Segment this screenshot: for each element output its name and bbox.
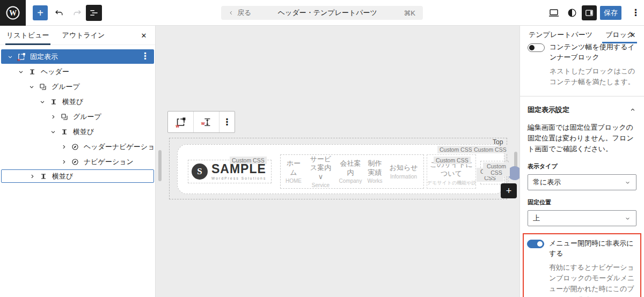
tree-item-label: ヘッダー: [41, 67, 69, 77]
list-view-toggle-button[interactable]: [86, 5, 102, 21]
block-appender-button[interactable]: +: [501, 183, 517, 198]
fixed-display-settings-header[interactable]: 固定表示設定: [528, 105, 636, 115]
svg-text:w: w: [175, 123, 179, 128]
annotation-highlight-box: メニュー開閉時に非表示にする 有効にするとナビゲーションブロックのモーダルメニュ…: [523, 233, 641, 297]
tree-item-label: グループ: [73, 112, 101, 122]
tree-item-row[interactable]: 横並び: [1, 124, 154, 139]
display-type-label: 表示タイプ: [528, 162, 636, 170]
toggle-help-text: ネストしたブロックはこのコンテナ幅を満たします。: [550, 66, 636, 87]
preview-device-button[interactable]: [547, 6, 560, 19]
settings-sidebar: テンプレートパーツ ブロック ✕ コンテンツ幅を使用するインナーブロック ネスト…: [519, 26, 644, 297]
hide-on-menu-toggle[interactable]: [527, 240, 544, 248]
nav-item-company[interactable]: 会社案内 Company: [339, 159, 362, 184]
tree-item-header[interactable]: ヘッダー: [1, 64, 154, 79]
sidebar-panel-icon: [584, 8, 595, 18]
block-toolbar: w w ⋮: [167, 111, 235, 133]
toggle-label: コンテンツ幅を使用するインナーブロック: [550, 42, 636, 63]
custom-css-badge: Custom CSS: [230, 157, 267, 164]
nav-item-jp: ホーム: [284, 159, 303, 177]
style-variations-button[interactable]: [567, 8, 577, 18]
row-block-icon: [27, 66, 38, 77]
svg-text:W: W: [9, 9, 17, 17]
settings-sidebar-toggle-button[interactable]: [582, 5, 597, 20]
tree-item-label: ヘッダーナビゲーショ...: [84, 142, 154, 152]
fixed-display-block-button[interactable]: w: [168, 112, 194, 132]
tree-item-row-focused[interactable]: 横並び: [1, 169, 154, 183]
nav-item-jp: サービス案内 ∨: [307, 155, 335, 181]
close-list-view-button[interactable]: ✕: [139, 31, 149, 40]
tree-item-label: 横並び: [73, 127, 94, 137]
tab-list-view[interactable]: リストビュー: [0, 26, 56, 45]
fixed-height-button[interactable]: w: [194, 112, 219, 132]
tree-item-label: グループ: [52, 82, 80, 92]
nav-item-en: Company: [339, 178, 362, 184]
tab-template-part[interactable]: テンプレートパーツ: [529, 26, 592, 43]
fixed-position-select[interactable]: 上: [528, 210, 636, 226]
group-block-icon: [38, 81, 48, 92]
canvas-resize-handle-left[interactable]: [158, 150, 162, 181]
fixed-position-label: 固定位置: [528, 198, 636, 206]
nav-item-en: Service: [307, 182, 335, 188]
editor-canvas[interactable]: w w ⋮ Top Custom CSS Custom CSS S SAMPLE…: [156, 26, 519, 297]
chevron-down-icon[interactable]: [36, 96, 48, 108]
chevron-right-icon[interactable]: [26, 170, 38, 182]
group-block-icon: [59, 112, 70, 122]
options-menu-button[interactable]: ⋮: [631, 8, 640, 17]
block-options-icon[interactable]: ⋮: [141, 51, 150, 61]
list-view-sidebar: リストビュー アウトライン ✕ w 固定表示 ⋮ ヘッダー グループ: [0, 26, 156, 297]
chevron-right-icon[interactable]: [47, 111, 59, 123]
chevron-down-icon[interactable]: [47, 126, 59, 138]
vertical-resize-icon: w: [201, 116, 213, 128]
wordpress-logo[interactable]: W: [0, 0, 26, 26]
chevron-down-icon[interactable]: [15, 66, 27, 78]
navigation-block-icon: [70, 157, 80, 167]
tree-item-label: 固定表示: [30, 52, 58, 62]
fixed-display-description: 編集画面では固定位置ブロックの固定位置は変わりません。フロント画面でご確認くださ…: [528, 122, 636, 154]
chevron-right-icon[interactable]: [58, 156, 70, 168]
nav-item-information[interactable]: お知らせ Information: [387, 164, 420, 179]
tab-outline[interactable]: アウトライン: [56, 26, 112, 45]
site-logo-subtext: WordPress Solutions: [211, 176, 266, 180]
close-settings-button[interactable]: ✕: [628, 30, 638, 40]
select-value: 上: [533, 213, 540, 223]
nav-item-home[interactable]: ホーム HOME: [284, 159, 303, 184]
tree-item-group[interactable]: グループ: [1, 79, 154, 94]
display-type-select[interactable]: 常に表示: [528, 174, 636, 190]
toggle-help-text: 有効にするとナビゲーションブロックのモーダルメニューが開かれた時にこのブロックが…: [549, 262, 637, 297]
save-button[interactable]: 保存: [600, 6, 621, 20]
header-navigation-block[interactable]: ホーム HOME サービス案内 ∨ Service 会社案内 Company 制…: [280, 154, 424, 189]
row-block-icon: [59, 127, 70, 137]
chevron-right-icon[interactable]: [58, 141, 70, 153]
nav-item-en: HOME: [284, 178, 303, 184]
options-icon: ⋮: [223, 117, 232, 127]
chevron-down-icon[interactable]: [26, 81, 38, 93]
custom-css-badge: Custom CSS: [437, 146, 474, 153]
block-options-button[interactable]: ⋮: [219, 112, 235, 132]
inserter-toggle-button[interactable]: +: [33, 5, 48, 20]
header-cta-block[interactable]: Custom CSS Custom CSS: [480, 161, 509, 184]
tree-item-navigation[interactable]: ナビゲーション: [1, 154, 154, 169]
undo-button[interactable]: [53, 6, 65, 19]
nav-item-jp: 制作実績: [367, 159, 384, 177]
command-shortcut: ⌘K: [404, 9, 423, 17]
inner-blocks-width-toggle[interactable]: [528, 43, 545, 52]
tree-item-header-navigation[interactable]: ヘッダーナビゲーショ...: [1, 139, 154, 154]
nav-item-works[interactable]: 制作実績 Works: [367, 159, 384, 184]
chevron-down-icon: [624, 179, 631, 186]
back-button[interactable]: 戻る: [221, 8, 251, 18]
custom-css-badge: Custom CSS: [434, 157, 471, 164]
tree-item-group[interactable]: グループ: [1, 109, 154, 124]
tree-item-row[interactable]: 横並び: [1, 94, 154, 109]
nav-item-en: デモサイトの機能や説明: [427, 180, 475, 187]
tree-item-fixed-display[interactable]: w 固定表示 ⋮: [1, 49, 154, 64]
chevron-down-icon[interactable]: [4, 51, 16, 63]
redo-button[interactable]: [71, 6, 84, 19]
chevron-left-icon: [229, 10, 234, 16]
top-link[interactable]: Top: [493, 138, 503, 146]
block-tree: w 固定表示 ⋮ ヘッダー グループ 横並び: [0, 45, 155, 183]
nav-item-service[interactable]: サービス案内 ∨ Service: [307, 155, 335, 188]
document-bar[interactable]: 戻る ヘッダー・テンプレートパーツ ⌘K: [221, 6, 423, 20]
site-logo-text: SAMPLE: [211, 163, 266, 175]
chevron-down-icon: [624, 215, 631, 222]
hide-on-menu-setting: メニュー開閉時に非表示にする: [527, 239, 637, 259]
